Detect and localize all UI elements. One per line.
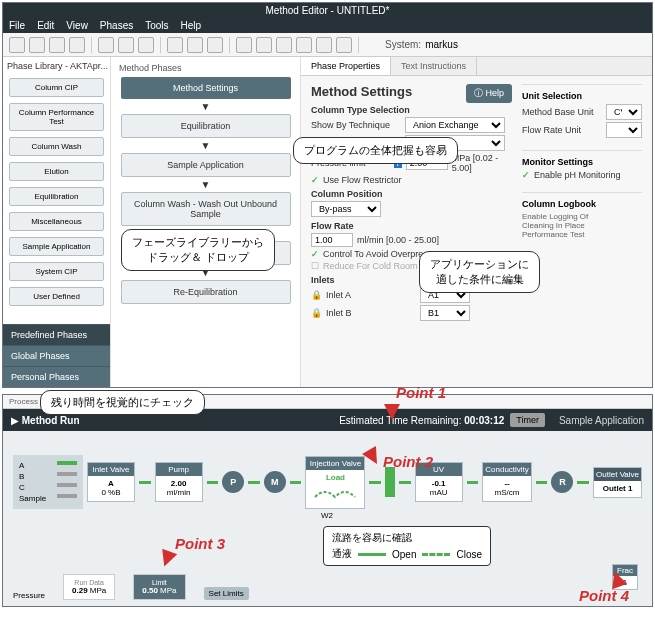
help-button[interactable]: ⓘ Help	[466, 84, 512, 103]
column-icon	[385, 467, 395, 497]
system-value: markus	[425, 39, 458, 50]
outlet-valve-module[interactable]: Outlet ValveOutlet 1	[593, 467, 642, 498]
method-phases-title: Method Phases	[115, 61, 186, 75]
toolbar-icon[interactable]	[336, 37, 352, 53]
toolbar-icon[interactable]	[187, 37, 203, 53]
inlet-b-label: Inlet B	[326, 308, 416, 318]
injection-valve-module[interactable]: Injection ValveLoad	[305, 456, 365, 509]
toolbar-icon[interactable]	[49, 37, 65, 53]
toolbar-icon[interactable]	[276, 37, 292, 53]
show-by-select[interactable]: Anion Exchange	[405, 117, 505, 133]
personal-phases-tab[interactable]: Personal Phases	[3, 366, 110, 387]
flow-rate-input[interactable]	[311, 233, 353, 247]
toolbar-icon[interactable]	[69, 37, 85, 53]
menu-phases[interactable]: Phases	[100, 20, 133, 31]
toolbar-icon[interactable]	[118, 37, 134, 53]
callout-overview: プログラムの全体把握も容易	[293, 137, 458, 164]
tab-text-instructions[interactable]: Text Instructions	[391, 57, 477, 75]
enable-ph: Enable pH Monitoring	[534, 170, 621, 180]
toolbar-icon[interactable]	[167, 37, 183, 53]
use-flow-restrictor: Use Flow Restrictor	[323, 175, 402, 185]
point-3-label: Point 3	[175, 535, 225, 552]
phase-lib-item[interactable]: Column Performance Test	[9, 103, 104, 131]
method-phases-panel: Method Phases Method Settings ▼ Equilibr…	[111, 57, 301, 387]
section-column-type: Column Type Selection	[311, 105, 512, 115]
toolbar: System: markus	[3, 33, 652, 57]
inlet-a-label: Inlet A	[326, 290, 416, 300]
section-flow-rate: Flow Rate	[311, 221, 512, 231]
phase-library-panel: Phase Library - AKTApr... Column CIP Col…	[3, 57, 111, 387]
menu-tools[interactable]: Tools	[145, 20, 168, 31]
menu-file[interactable]: File	[9, 20, 25, 31]
limit-box: Limit0.50 MPa	[133, 574, 185, 600]
toolbar-icon[interactable]	[138, 37, 154, 53]
set-limits-button[interactable]: Set Limits	[204, 587, 249, 600]
phase-lib-item[interactable]: Column Wash	[9, 137, 104, 156]
phase-sample-application[interactable]: Sample Application	[121, 153, 291, 177]
menu-help[interactable]: Help	[181, 20, 202, 31]
show-by-label: Show By Technique	[311, 120, 401, 130]
method-run-window: Process Picture ▶ Method Run Estimated T…	[2, 394, 653, 607]
checkbox-icon[interactable]: ✓	[311, 175, 319, 185]
flow-legend: 流路を容易に確認 通液OpenClose	[323, 526, 491, 566]
run-data-box: Run Data0.29 MPa	[63, 574, 115, 600]
toolbar-icon[interactable]	[316, 37, 332, 53]
p-node[interactable]: P	[222, 471, 244, 493]
conductivity-module[interactable]: Conductivity--mS/cm	[482, 462, 532, 502]
current-phase: Sample Application	[559, 415, 644, 426]
process-flow: A B C Sample Inlet ValveA0 %B Pump2.00ml…	[3, 431, 652, 606]
phase-lib-item[interactable]: Miscellaneous	[9, 212, 104, 231]
arrow-down-icon: ▼	[201, 140, 211, 151]
inlet-valve-module[interactable]: Inlet ValveA0 %B	[87, 462, 135, 502]
menu-edit[interactable]: Edit	[37, 20, 54, 31]
system-label: System:	[385, 39, 421, 50]
menu-view[interactable]: View	[66, 20, 88, 31]
phase-library-title: Phase Library - AKTApr...	[3, 57, 110, 75]
flow-unit-select[interactable]	[606, 122, 642, 138]
phase-column-wash[interactable]: Column Wash - Wash Out Unbound Sample	[121, 192, 291, 226]
logbook-title: Column Logbook	[522, 199, 642, 209]
pressure-label: Pressure	[13, 591, 45, 600]
phase-lib-item[interactable]: Elution	[9, 162, 104, 181]
phase-lib-item[interactable]: User Defined	[9, 287, 104, 306]
predefined-phases-tab[interactable]: Predefined Phases	[3, 324, 110, 345]
phase-properties-panel: Phase Properties Text Instructions ⓘ Hel…	[301, 57, 652, 387]
global-phases-tab[interactable]: Global Phases	[3, 345, 110, 366]
phase-lib-item[interactable]: System CIP	[9, 262, 104, 281]
arrow-down-icon: ▼	[201, 101, 211, 112]
phase-lib-item[interactable]: Column CIP	[9, 78, 104, 97]
checkbox-icon[interactable]: ✓	[522, 170, 530, 180]
method-run-title: Method Run	[22, 415, 80, 426]
m-node[interactable]: M	[264, 471, 286, 493]
toolbar-icon[interactable]	[98, 37, 114, 53]
phase-equilibration[interactable]: Equilibration	[121, 114, 291, 138]
point-2-label: Point 2	[383, 453, 433, 470]
callout-drag-drop: フェーズライブラリーからドラッグ＆ ドロップ	[121, 229, 275, 271]
timer-button[interactable]: Timer	[510, 413, 545, 427]
r-node[interactable]: R	[551, 471, 573, 493]
column-position-select[interactable]: By-pass	[311, 201, 381, 217]
toolbar-icon[interactable]	[236, 37, 252, 53]
phase-lib-item[interactable]: Sample Application	[9, 237, 104, 256]
method-base-select[interactable]: CV	[606, 104, 642, 120]
tab-phase-properties[interactable]: Phase Properties	[301, 57, 391, 75]
etr-label: Estimated Time Remaining:	[339, 415, 461, 426]
checkbox-icon[interactable]: ✓	[311, 249, 319, 259]
menu-bar: File Edit View Phases Tools Help	[3, 18, 652, 33]
inlet-channels: A B C Sample	[13, 455, 83, 509]
lock-icon: 🔒	[311, 308, 322, 318]
unit-selection-title: Unit Selection	[522, 91, 642, 101]
inlet-b-select[interactable]: B1	[420, 305, 470, 321]
toolbar-icon[interactable]	[207, 37, 223, 53]
flow-unit-label: Flow Rate Unit	[522, 125, 602, 135]
phase-method-settings[interactable]: Method Settings	[121, 77, 291, 99]
phase-re-equilibration[interactable]: Re-Equilibration	[121, 280, 291, 304]
toolbar-icon[interactable]	[256, 37, 272, 53]
toolbar-icon[interactable]	[296, 37, 312, 53]
toolbar-icon[interactable]	[29, 37, 45, 53]
w2-label: W2	[321, 511, 333, 520]
title-bar: Method Editor - UNTITLED*	[3, 3, 652, 18]
phase-lib-item[interactable]: Equilibration	[9, 187, 104, 206]
toolbar-icon[interactable]	[9, 37, 25, 53]
pump-module[interactable]: Pump2.00ml/min	[155, 462, 203, 502]
